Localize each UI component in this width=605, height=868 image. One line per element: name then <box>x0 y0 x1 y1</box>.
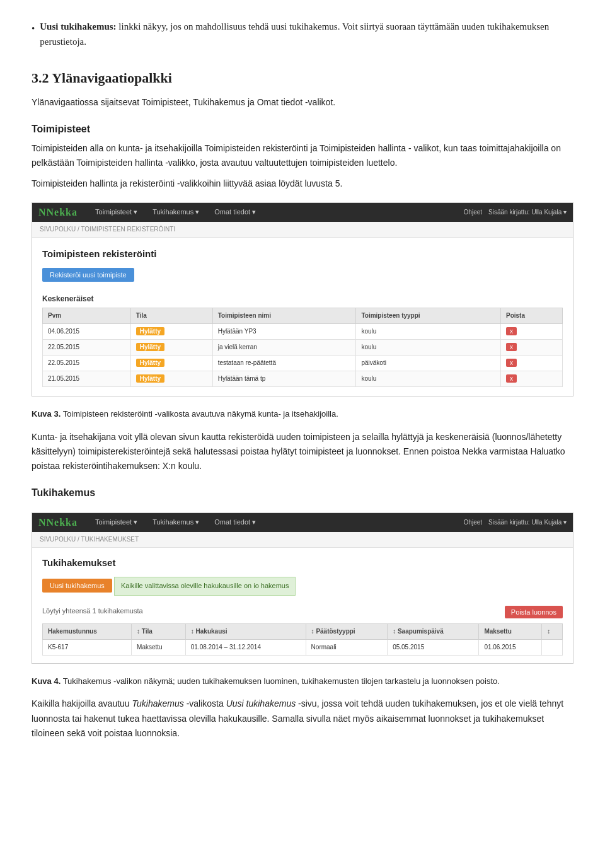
cell-nimi: Hylätään tämä tp <box>212 371 356 387</box>
col2-tila: ↕ Tila <box>132 623 186 639</box>
table-row: K5-617 Maksettu 01.08.2014 – 31.12.2014 … <box>43 639 563 655</box>
cell-pvm: 04.06.2015 <box>43 324 131 340</box>
col-tila: Tila <box>130 308 212 324</box>
cell-tyyppi: päiväkoti <box>356 356 501 371</box>
cell-nimi: ja vielä kerran <box>212 340 356 356</box>
col2-extra: ↕ <box>542 623 563 639</box>
nav-right-2: Ohjeet Sisään kirjattu: Ulla Kujala ▾ <box>464 518 567 528</box>
cell-tyyppi: koulu <box>356 371 501 387</box>
cell-poista[interactable]: x <box>501 371 563 387</box>
app-content-2: Tukihakemukset Uusi tukihakemus Kaikille… <box>32 548 573 663</box>
cell-tila: Hylätty <box>130 340 212 356</box>
col2-saapunut: ↕ Saapumispäivä <box>388 623 479 639</box>
cell-poista[interactable]: x <box>501 340 563 356</box>
cell2-kausi: 01.08.2014 – 31.12.2014 <box>185 639 306 655</box>
bullet-body: linkki näkyy, jos on mahdollisuus tehdä … <box>40 21 549 47</box>
page-title-2: Tukihakemukset <box>42 555 563 570</box>
screenshot-1: NNekka Toimipisteet ▾ Tukihakemus ▾ Omat… <box>32 202 573 396</box>
breadcrumb-1: SIVUPOLKU / TOIMIPISTEEN REKISTERÖINTI <box>32 222 573 238</box>
app-logo-1: NNekka <box>38 204 78 221</box>
section-32-heading: 3.2 Ylänavigaatiopalkki <box>32 67 573 89</box>
table-row: 21.05.2015 Hylätty Hylätään tämä tp koul… <box>43 371 563 387</box>
cell-tila: Hylätty <box>130 356 212 371</box>
caption-3-label: Kuva 3. <box>32 409 60 419</box>
delete-btn[interactable]: x <box>506 343 517 351</box>
cell-pvm: 22.05.2015 <box>43 340 131 356</box>
col-nimi: Toimipisteen nimi <box>212 308 356 324</box>
nav-ohjeet-2[interactable]: Ohjeet <box>464 518 482 528</box>
table-header-row: Pvm Tila Toimipisteen nimi Toimipisteen … <box>43 308 563 324</box>
nav-omattiedot-2[interactable]: Omat tiedot ▾ <box>210 517 260 528</box>
nav-ohjeet-1[interactable]: Ohjeet <box>464 207 482 217</box>
caption-4: Kuva 4. Tukihakemus -valikon näkymä; uud… <box>32 675 573 688</box>
bullet-label: Uusi tukihakemus: <box>40 21 116 32</box>
app-logo-2: NNekka <box>38 514 78 531</box>
col2-tyyppi: ↕ Päätöstyyppi <box>306 623 388 639</box>
cell2-tyyppi: Normaali <box>306 639 388 655</box>
caption-4-text: Tukihakemus -valikon näkymä; uuden tukih… <box>60 676 500 686</box>
found-text: Löytyi yhteensä 1 tukihakemusta <box>42 607 143 615</box>
delete-btn[interactable]: x <box>506 374 517 383</box>
nav-right-1: Ohjeet Sisään kirjattu: Ulla Kujala ▾ <box>464 207 567 217</box>
body-kunta: Kunta- ja itsehakijana voit yllä olevan … <box>32 430 573 473</box>
tukihakemus-heading: Tukihakemus <box>32 485 573 501</box>
nav-omattiedot-1[interactable]: Omat tiedot ▾ <box>210 207 260 218</box>
nav-tukihakemus-2[interactable]: Tukihakemus ▾ <box>149 517 203 528</box>
cell-nimi: testataan re-päätettä <box>212 356 356 371</box>
cell-tyyppi: koulu <box>356 324 501 340</box>
nav-toimipisteet-2[interactable]: Toimipisteet ▾ <box>91 517 141 528</box>
cell-tyyppi: koulu <box>356 340 501 356</box>
tukihakemus-table: Hakemustunnus ↕ Tila ↕ Hakukausi ↕ Päätö… <box>42 623 563 656</box>
cell-tila: Hylätty <box>130 324 212 340</box>
table-row: 04.06.2015 Hylätty Hylätään YP3 koulu x <box>43 324 563 340</box>
table2-header-row: Hakemustunnus ↕ Tila ↕ Hakukausi ↕ Päätö… <box>43 623 563 639</box>
table-row: 22.05.2015 Hylätty ja vielä kerran koulu… <box>43 340 563 356</box>
toimipisteet-heading: Toimipisteet <box>32 121 573 137</box>
cell2-extra <box>542 639 563 655</box>
cell2-maksettu: 01.06.2015 <box>479 639 542 655</box>
cell2-saapunut: 05.05.2015 <box>388 639 479 655</box>
bullet-section: • Uusi tukihakemus: linkki näkyy, jos on… <box>32 19 573 49</box>
nav-tukihakemus-1[interactable]: Tukihakemus ▾ <box>149 207 203 218</box>
cell-pvm: 21.05.2015 <box>43 371 131 387</box>
register-new-btn[interactable]: Rekisteröi uusi toimipiste <box>42 268 134 282</box>
app-navbar-2: NNekka Toimipisteet ▾ Tukihakemus ▾ Omat… <box>32 513 573 532</box>
page-title-1: Toimipisteen rekisteröinti <box>42 246 563 262</box>
col2-kausi: ↕ Hakukausi <box>185 623 306 639</box>
toimipiste-table: Pvm Tila Toimipisteen nimi Toimipisteen … <box>42 308 563 387</box>
table-row: 22.05.2015 Hylätty testataan re-päätettä… <box>43 356 563 371</box>
col2-tunnus: Hakemustunnus <box>43 623 132 639</box>
nav-user-1[interactable]: Sisään kirjattu: Ulla Kujala ▾ <box>488 207 567 217</box>
delete-btn[interactable]: x <box>506 327 517 335</box>
delete-btn[interactable]: x <box>506 359 517 367</box>
keskeneraiset-label: Keskeneräiset <box>42 293 563 305</box>
app-navbar-1: NNekka Toimipisteet ▾ Tukihakemus ▾ Omat… <box>32 203 573 222</box>
breadcrumb-2: SIVUPOLKU / TUKIHAKEMUKSET <box>32 532 573 548</box>
cell-poista[interactable]: x <box>501 324 563 340</box>
cell2-tila: Maksettu <box>132 639 186 655</box>
bullet-item-uusi-tukihakemus: • Uusi tukihakemus: linkki näkyy, jos on… <box>32 19 573 49</box>
poista-luonnos-btn[interactable]: Poista luonnos <box>505 606 563 618</box>
caption-3-text: Toimipisteen rekisteröinti -valikosta av… <box>60 409 338 419</box>
nav-toimipisteet-1[interactable]: Toimipisteet ▾ <box>91 207 141 218</box>
nav-user-2[interactable]: Sisään kirjattu: Ulla Kujala ▾ <box>488 518 567 528</box>
caption-3: Kuva 3. Toimipisteen rekisteröinti -vali… <box>32 408 573 421</box>
toimipisteet-body2: Toimipisteiden hallinta ja rekisteröinti… <box>32 176 573 191</box>
col2-maksettu: Maksettu <box>479 623 542 639</box>
col-poista: Poista <box>501 308 563 324</box>
app-content-1: Toimipisteen rekisteröinti Rekisteröi uu… <box>32 238 573 396</box>
cell-pvm: 22.05.2015 <box>43 356 131 371</box>
new-tukihakemus-btn[interactable]: Uusi tukihakemus <box>42 579 112 593</box>
cell2-tunnus: K5-617 <box>43 639 132 655</box>
cell-poista[interactable]: x <box>501 356 563 371</box>
body-kaikilla: Kaikilla hakijoilla avautuu Tukihakemus … <box>32 697 573 740</box>
cell-tila: Hylätty <box>130 371 212 387</box>
bullet-dot: • <box>32 21 35 49</box>
col-tyyppi: Toimipisteen tyyppi <box>356 308 501 324</box>
section-32-intro: Ylänavigaatiossa sijaitsevat Toimipistee… <box>32 95 573 110</box>
bullet-text: Uusi tukihakemus: linkki näkyy, jos on m… <box>40 19 573 49</box>
screenshot-2: NNekka Toimipisteet ▾ Tukihakemus ▾ Omat… <box>32 512 573 664</box>
found-row: Löytyi yhteensä 1 tukihakemusta Poista l… <box>42 606 563 618</box>
toimipisteet-body1: Toimipisteiden alla on kunta- ja itsehak… <box>32 141 573 170</box>
caption-4-label: Kuva 4. <box>32 676 60 686</box>
